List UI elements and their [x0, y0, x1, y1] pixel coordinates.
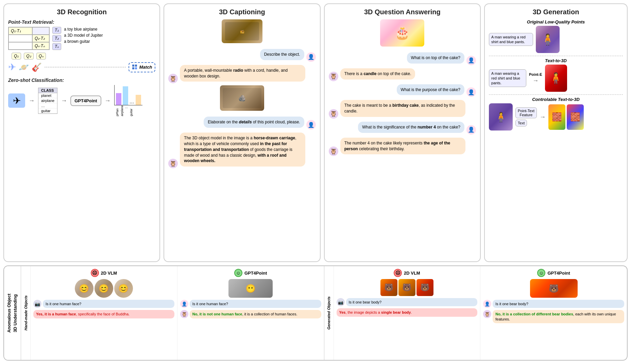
- bubble-row-2: 🦉 A portable, wall-mountable radio with …: [168, 63, 316, 84]
- text-to-3d-figure: 🧍: [545, 65, 567, 92]
- orig-section: Original Low-Quality Points A man wearin…: [489, 19, 623, 53]
- text-to-3d-title: Text-to-3D: [489, 58, 623, 63]
- vlm-right-header: ☹ 2D VLM: [394, 269, 420, 277]
- vlm-left-label: 2D VLM: [101, 271, 117, 276]
- gpt-right-label: GPT4Point: [547, 271, 570, 276]
- airplane-icon: ✈: [8, 62, 16, 73]
- grid-icon: [132, 64, 138, 70]
- generation-title: 3D Generation: [489, 8, 623, 16]
- bar-rect-pplan: [116, 93, 121, 105]
- label-jupiter: a 3D model of Jupiter: [64, 33, 103, 38]
- qa-bubble-user-1: What is on top of the cake?: [407, 52, 464, 64]
- divider1: [489, 56, 623, 56]
- left-bottom-section: Hand-made Objects ☹ 2D VLM 😊 😊 😊 📷 Is it: [21, 266, 324, 360]
- text-to-3d-input: A man wearing a red shirt and blue pants…: [489, 69, 526, 87]
- match-box: Match: [129, 62, 156, 72]
- bar-label-guitar: guitar: [130, 105, 133, 116]
- label-texts: a toy blue airplane a 3D model of Jupite…: [64, 27, 103, 44]
- cake-placeholder: 🎂: [380, 19, 424, 47]
- grid-cell-q2t2: Q₂·T₂: [32, 35, 49, 42]
- arrow-controllable: →: [540, 114, 546, 121]
- bottom-row: Anomalous Object3D Understanding Hand-ma…: [3, 265, 628, 361]
- grid-cell-empty2: [8, 35, 32, 42]
- class-table: CLASS planet airplane … guitar: [38, 88, 57, 114]
- bear-images: 🐻 🐻 🐻: [380, 279, 433, 296]
- bear-3: 🐻: [416, 279, 433, 296]
- bubble-text-3: Elaborate on the details of this point c…: [208, 120, 300, 124]
- t1-label: T₁: [52, 27, 61, 34]
- user-icon-right: 👤: [483, 300, 491, 308]
- zero-shot-content: ✈ → CLASS planet airplane … guitar → GPT…: [8, 85, 155, 116]
- arrow1: →: [29, 97, 35, 104]
- qa-text-1: What is on top of the cake?: [411, 55, 460, 60]
- svg-rect-3: [135, 67, 137, 69]
- qn-box: Qₙ: [36, 53, 46, 59]
- point-e-label: Point-E: [529, 72, 542, 76]
- text-to-3d-section: Text-to-3D A man wearing a red shirt and…: [489, 58, 623, 92]
- grid-cell-q1t1: Q₁·T₁: [8, 27, 32, 35]
- q-row: Q₁ Q₂ Qₙ: [8, 53, 155, 59]
- controllable-middle: Point-TextFeature Text: [515, 107, 537, 126]
- orig-text-box: A man wearing a redshirt and blue pants.: [489, 33, 533, 46]
- face-pointcloud: 😶: [228, 279, 273, 298]
- qa-row-5: 👤 What is the significance of the number…: [329, 120, 476, 135]
- bar-label-dots: …: [125, 105, 128, 116]
- bear-pointcloud: 🐻: [530, 279, 578, 298]
- carriage-inner: 🪨: [223, 88, 261, 108]
- retrieval-title: Point-Text Retrieval:: [8, 19, 155, 25]
- gpt-right-question: Is it one bear body?: [493, 300, 624, 308]
- radio-inner: 📻: [225, 22, 259, 40]
- bubble-owl-1: A portable, wall-mountable radio with a …: [180, 65, 305, 82]
- qa-row-4: 🦉 The cake is meant to be a birthday cak…: [329, 98, 476, 119]
- buddha-3: 😊: [114, 279, 133, 298]
- recognition-title: 3D Recognition: [8, 8, 155, 16]
- airplane-3d-icon: ✈: [8, 93, 25, 108]
- qa-bubble-owl-1: There is a candle on top of the cake.: [340, 68, 415, 80]
- generated-label: Generated Objects: [327, 296, 331, 330]
- bar-guitar: [136, 95, 141, 105]
- qa-bubble-user-3: What is the significance of the number 4…: [358, 122, 464, 133]
- generation-panel: 3D Generation Original Low-Quality Point…: [484, 3, 628, 262]
- top-row: 3D Recognition Point-Text Retrieval: Q₁·…: [3, 3, 628, 262]
- dashed-line: [45, 67, 126, 67]
- qa-text-6: The number 4 on the cake likely represen…: [344, 141, 450, 151]
- user-icon-left: 👤: [180, 300, 188, 308]
- owl-avatar-1: 🦉: [168, 74, 178, 83]
- vlm-right-question: Is it one bear body?: [346, 298, 478, 306]
- bubble-text-2: A portable, wall-mountable radio with a …: [184, 68, 288, 79]
- vlm-right-q-row: 📷 Is it one bear body?: [337, 298, 478, 306]
- vlm-left-q-row: 📷 Is it one human face?: [33, 300, 174, 308]
- qa-bubble-user-2: What is the purpose of the cake?: [397, 84, 464, 96]
- captioning-title: 3D Captioning: [168, 8, 316, 16]
- label-airplane: a toy blue airplane: [64, 27, 103, 32]
- planet-icon: 🪐: [19, 63, 29, 72]
- orig-3d-figure: 🧍: [536, 26, 560, 53]
- label-guitar: a brown guitar: [64, 39, 103, 44]
- tn-label: Tₙ: [52, 43, 61, 50]
- cake-image-area: 🎂: [329, 19, 476, 48]
- grid-cell-empty3: [8, 42, 32, 50]
- vlm-right-answer: Yes, the image depicts a single bear bod…: [337, 308, 478, 316]
- anomalous-label-area: Anomalous Object3D Understanding: [4, 266, 21, 360]
- bar-ellipsis: …: [130, 99, 134, 105]
- qa-panel: 3D Question Answering 🎂 👤 What is on top…: [324, 3, 481, 262]
- radio-image-area: 📻: [168, 19, 316, 45]
- qa-owl-3: 🦉: [329, 146, 338, 156]
- qa-row-6: 🦉 The number 4 on the cake likely repres…: [329, 136, 476, 156]
- user-avatar-1: 👤: [306, 52, 316, 62]
- main-container: 3D Recognition Point-Text Retrieval: Q₁·…: [0, 0, 631, 364]
- generated-vert-label-area: Generated Objects: [324, 266, 334, 360]
- class-airplane: airplane: [38, 98, 57, 103]
- cake-emoji: 🎂: [382, 21, 422, 45]
- gpt-right-q-row: 👤 Is it one bear body?: [483, 300, 624, 308]
- bar-labels: pPlan airplane … guitar: [114, 105, 142, 116]
- q-boxes: Q₁ Q₂ Qₙ: [12, 53, 46, 59]
- svg-rect-2: [132, 67, 134, 69]
- carriage-image-area: 🪨: [168, 85, 316, 112]
- anomalous-label: Anomalous Object3D Understanding: [6, 294, 18, 333]
- good-smiley-right: ☺: [537, 269, 545, 277]
- bar-chart: …: [114, 85, 142, 105]
- bubble-row-1: 👤 Describe the object.: [168, 47, 316, 62]
- qa-user-2: 👤: [466, 87, 476, 97]
- vlm-left-a-row: Yes, it is a human face, specifically th…: [33, 310, 174, 318]
